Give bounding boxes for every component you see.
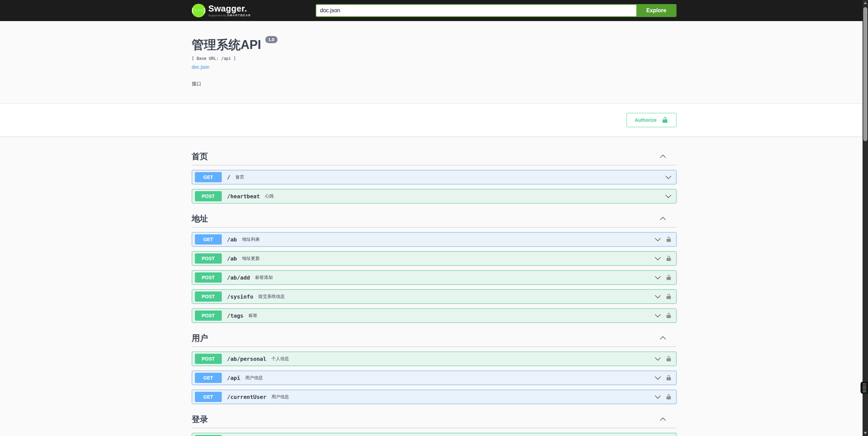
expand-operation-button[interactable]: [654, 374, 661, 381]
expand-operation-button[interactable]: [654, 312, 661, 319]
section-operations: POST /ab/personal 个人信息 GET /api 用户信息: [192, 352, 677, 404]
method-badge: GET: [195, 392, 222, 402]
chevron-down-icon: [654, 236, 661, 243]
expand-operation-button[interactable]: [654, 293, 661, 300]
expand-operation-button[interactable]: [665, 193, 672, 200]
spec-link[interactable]: doc.json: [192, 64, 210, 70]
chevron-up-icon[interactable]: [660, 335, 666, 341]
operation-row[interactable]: POST /heartbeat 心跳: [192, 189, 677, 203]
auth-lock-button[interactable]: [666, 274, 672, 281]
operation-path: /api: [227, 375, 240, 381]
operation-row[interactable]: POST /tags 标签: [192, 308, 677, 323]
explore-button[interactable]: Explore: [636, 4, 677, 17]
chevron-down-icon: [654, 274, 661, 281]
chevron-up-icon[interactable]: [660, 215, 666, 222]
section-header[interactable]: 用户: [192, 330, 677, 347]
auth-lock-button[interactable]: [666, 356, 672, 362]
expand-operation-button[interactable]: [654, 236, 661, 243]
auth-lock-button[interactable]: [666, 375, 672, 381]
operation-path: /tags: [227, 313, 244, 319]
method-badge: POST: [195, 354, 222, 364]
section: 登录 POST /login 登录 POST /login/outLogin: [192, 411, 677, 436]
scroll-up-icon[interactable]: [864, 2, 867, 4]
section-header[interactable]: 地址: [192, 210, 677, 228]
section: 首页 GET / 首页 POST /heartbeat 心跳: [192, 148, 677, 203]
method-badge: GET: [195, 172, 222, 182]
base-url: [ Base URL: /api ]: [192, 56, 677, 61]
operation-summary: 地址列表: [242, 236, 260, 242]
swagger-logo[interactable]: {···} Swagger. Supported by SMARTBEAR: [192, 4, 251, 17]
section-header[interactable]: 首页: [192, 148, 677, 165]
expand-operation-button[interactable]: [665, 174, 672, 181]
lock-icon: [666, 274, 672, 281]
section-header[interactable]: 登录: [192, 411, 677, 428]
spec-url-input[interactable]: [316, 4, 636, 17]
section: 用户 POST /ab/personal 个人信息 GET /api 用户: [192, 330, 677, 404]
chevron-down-icon: [654, 255, 661, 262]
operation-summary: 首页: [235, 174, 244, 180]
operation-row[interactable]: POST /login 登录: [192, 433, 677, 436]
operation-row[interactable]: GET / 首页: [192, 170, 677, 184]
scroll-down-icon[interactable]: [864, 432, 867, 434]
section-title: 用户: [192, 333, 660, 343]
method-badge: GET: [195, 373, 222, 383]
method-badge: POST: [195, 311, 222, 321]
operation-summary: 地址更新: [242, 255, 260, 262]
operation-row[interactable]: POST /ab/add 标签添加: [192, 270, 677, 285]
svg-text:{···}: {···}: [192, 7, 205, 14]
auth-lock-button[interactable]: [666, 236, 672, 242]
expand-operation-button[interactable]: [654, 255, 661, 262]
lock-icon: [666, 394, 672, 400]
operation-summary: 标签: [249, 313, 257, 319]
expand-operation-button[interactable]: [654, 355, 661, 362]
scheme-container: Authorize: [0, 103, 868, 136]
lock-icon: [666, 375, 672, 381]
operation-row[interactable]: POST /sysinfo 提交系统信息: [192, 289, 677, 304]
lock-icon: [666, 294, 672, 300]
operation-row[interactable]: GET /ab 地址列表: [192, 232, 677, 247]
operation-path: /ab: [227, 255, 237, 262]
swagger-logo-icon: {···}: [192, 4, 205, 17]
operation-row[interactable]: GET /api 用户信息: [192, 371, 677, 385]
section-operations: POST /login 登录 POST /login/outLogin 登录退出: [192, 433, 677, 436]
expand-operation-button[interactable]: [654, 393, 661, 400]
method-badge: POST: [195, 272, 222, 283]
auth-lock-button[interactable]: [666, 294, 672, 300]
chevron-down-icon: [665, 193, 672, 200]
section-title: 首页: [192, 151, 660, 162]
lock-icon: [666, 356, 672, 362]
operation-summary: 用户信息: [245, 375, 263, 381]
chevron-down-icon: [654, 393, 661, 400]
unlock-icon: [662, 117, 668, 123]
scrollbar[interactable]: [863, 0, 868, 436]
operation-path: /ab/personal: [227, 356, 267, 362]
section: 地址 GET /ab 地址列表 POST /ab 地址更新: [192, 210, 677, 323]
operation-path: /currentUser: [227, 394, 267, 400]
operation-row[interactable]: POST /ab/personal 个人信息: [192, 352, 677, 366]
auth-lock-button[interactable]: [666, 394, 672, 400]
authorize-label: Authorize: [635, 117, 657, 123]
authorize-button[interactable]: Authorize: [627, 113, 677, 127]
section-title: 地址: [192, 213, 660, 224]
operation-row[interactable]: GET /currentUser 用户信息: [192, 390, 677, 404]
operation-row[interactable]: POST /ab 地址更新: [192, 251, 677, 266]
method-badge: POST: [195, 291, 222, 302]
expand-operation-button[interactable]: [654, 274, 661, 281]
lock-icon: [666, 236, 672, 242]
chevron-down-icon: [654, 355, 661, 362]
operation-summary: 个人信息: [271, 356, 289, 362]
auth-lock-button[interactable]: [666, 313, 672, 319]
chevron-up-icon[interactable]: [660, 153, 666, 160]
chevron-down-icon: [654, 293, 661, 300]
page-title: 管理系统API 1.0: [192, 37, 677, 53]
scroll-widget[interactable]: [861, 382, 868, 394]
method-badge: POST: [195, 253, 222, 264]
information-container: 管理系统API 1.0 [ Base URL: /api ] doc.json …: [192, 21, 677, 103]
api-sections: 首页 GET / 首页 POST /heartbeat 心跳: [192, 136, 677, 436]
operation-summary: 用户信息: [271, 394, 289, 400]
operation-path: /: [227, 174, 231, 181]
chevron-up-icon[interactable]: [660, 416, 666, 423]
auth-lock-button[interactable]: [666, 255, 672, 262]
chevron-down-icon: [654, 312, 661, 319]
scrollbar-thumb[interactable]: [863, 7, 867, 141]
